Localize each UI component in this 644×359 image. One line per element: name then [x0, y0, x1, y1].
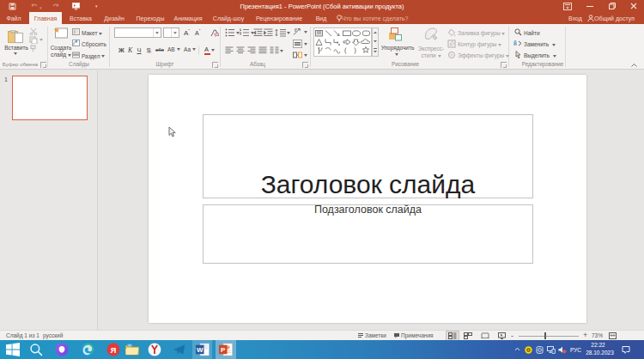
- svg-text:Я: Я: [111, 345, 117, 355]
- svg-text:P: P: [221, 346, 226, 354]
- svg-text:W: W: [197, 346, 204, 354]
